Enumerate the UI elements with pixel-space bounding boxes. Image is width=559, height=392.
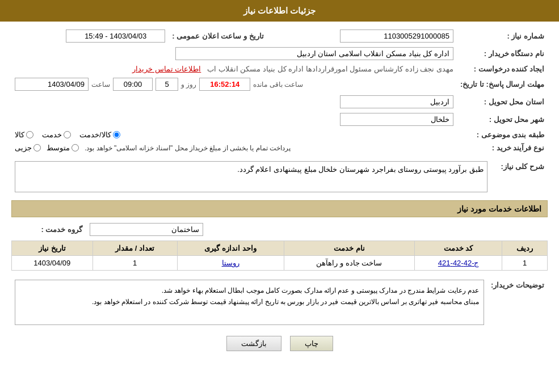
buttons-row: چاپ بازگشت	[11, 336, 548, 351]
col-unit: واحد اندازه گیری	[177, 241, 284, 256]
purchase-partial-radio[interactable]	[33, 144, 41, 151]
purchase-partial-option[interactable]: جزیی	[15, 144, 41, 152]
buyer-org-value: اداره کل بنیاد مسکن انقلاب اسلامی استان …	[175, 47, 453, 60]
deadline-date: 1403/04/09	[15, 78, 89, 91]
creator-label: ایجاد کننده درخواست :	[457, 62, 548, 75]
table-row: استان محل تحویل : اردبیل	[11, 93, 548, 111]
category-goods-option[interactable]: کالا	[15, 130, 33, 139]
purchase-medium-label: متوسط	[47, 144, 70, 152]
table-row: نوع فرآیند خرید : جزیی متوسط پرداخت تمام…	[11, 141, 548, 154]
cell-need-date: 1403/04/09	[12, 256, 93, 271]
purchase-medium-radio[interactable]	[72, 144, 79, 151]
deadline-time: 09:00	[113, 78, 153, 91]
need-desc-label: شرح کلی نیاز:	[491, 159, 548, 195]
table-row: توضیحات خریدار: عدم رعایت شرایط مندرج در…	[11, 277, 548, 327]
col-quantity: تعداد / مقدار	[93, 241, 177, 256]
deadline-time-label: ساعت	[91, 81, 110, 88]
table-row: 1 ج-42-42-421 ساخت جاده و راهآهن روستا 1…	[12, 256, 548, 271]
category-radio-group: کالا خدمت کالا/خدمت	[15, 130, 453, 139]
col-service-name: نام خدمت	[284, 241, 415, 256]
main-content: شماره نیاز : 1103005291000085 تاریخ و سا…	[0, 22, 559, 363]
cell-row-num: 1	[502, 256, 548, 271]
table-row: نام دستگاه خریدار : اداره کل بنیاد مسکن …	[11, 45, 548, 62]
service-group-value: ساختمان	[90, 223, 203, 236]
deadline-days-label: روز و	[181, 81, 196, 88]
table-row: شماره نیاز : 1103005291000085 تاریخ و سا…	[11, 27, 548, 45]
table-row: طبقه بندی موضوعی : کالا خدمت کالا/خدمت	[11, 128, 548, 141]
buyer-notes-label: توضیحات خریدار:	[487, 277, 548, 327]
creator-value: مهدی نجف زاده کارشناس مسئول امورقرارداده…	[207, 65, 453, 73]
category-goods-service-option[interactable]: کالا/خدمت	[79, 130, 120, 139]
category-goods-service-label: کالا/خدمت	[79, 130, 111, 139]
category-goods-label: کالا	[15, 130, 24, 139]
deadline-label: مهلت ارسال پاسخ: تا تاریخ:	[457, 75, 548, 93]
print-button[interactable]: چاپ	[290, 336, 333, 351]
services-table-body: 1 ج-42-42-421 ساخت جاده و راهآهن روستا 1…	[12, 256, 548, 271]
deadline-days: 5	[155, 78, 178, 91]
need-desc-table: شرح کلی نیاز: طبق برآورد پیوستی روستای ب…	[11, 159, 548, 195]
city-value: خلخال	[340, 113, 453, 126]
need-number-label: شماره نیاز :	[457, 27, 548, 45]
table-row: ردیف کد خدمت نام خدمت واحد اندازه گیری ت…	[12, 241, 548, 256]
category-goods-service-radio[interactable]	[113, 131, 120, 138]
col-service-code: کد خدمت	[415, 241, 502, 256]
creator-contact-link[interactable]: اطلاعات تماس خریدار	[132, 65, 201, 73]
back-button[interactable]: بازگشت	[226, 336, 281, 351]
category-label: طبقه بندی موضوعی :	[457, 128, 548, 141]
col-row-num: ردیف	[502, 241, 548, 256]
cell-quantity: 1	[93, 256, 177, 271]
deadline-row: 1403/04/09 ساعت 09:00 5 روز و 16:52:14 س…	[15, 78, 453, 91]
services-section: گروه خدمت : ساختمان ردیف کد خدمت نام خدم…	[11, 223, 548, 271]
page-title: جزئیات اطلاعات نیاز	[243, 6, 316, 15]
table-row: مهلت ارسال پاسخ: تا تاریخ: 1403/04/09 سا…	[11, 75, 548, 93]
announcement-label: تاریخ و ساعت اعلان عمومی :	[169, 27, 267, 45]
page-wrapper: جزئیات اطلاعات نیاز شماره نیاز : 1103005…	[0, 0, 559, 392]
service-group-label: گروه خدمت :	[11, 225, 85, 234]
buyer-org-label: نام دستگاه خریدار :	[457, 45, 548, 62]
need-description-value: طبق برآورد پیوستی روستای بفراجرد شهرستان…	[15, 161, 487, 192]
purchase-medium-option[interactable]: متوسط	[47, 144, 79, 152]
purchase-type-row: جزیی متوسط پرداخت تمام یا بخشی از مبلغ خ…	[15, 144, 453, 152]
need-description-section: شرح کلی نیاز: طبق برآورد پیوستی روستای ب…	[11, 159, 548, 195]
announcement-value: 1403/04/03 - 15:49	[66, 29, 165, 43]
cell-service-name: ساخت جاده و راهآهن	[284, 256, 415, 271]
category-service-radio[interactable]	[64, 131, 71, 138]
province-value: اردبیل	[340, 95, 453, 108]
table-row: شهر محل تحویل : خلخال	[11, 111, 548, 128]
buyer-notes-value: عدم رعایت شرایط مندرج در مدارک پیوستی و …	[15, 280, 484, 325]
service-group-row: گروه خدمت : ساختمان	[11, 223, 548, 236]
category-service-option[interactable]: خدمت	[42, 130, 71, 139]
category-service-label: خدمت	[42, 130, 62, 139]
buyer-notes-table: توضیحات خریدار: عدم رعایت شرایط مندرج در…	[11, 277, 548, 327]
city-label: شهر محل تحویل :	[457, 111, 548, 128]
province-label: استان محل تحویل :	[457, 93, 548, 111]
table-row: ایجاد کننده درخواست : مهدی نجف زاده کارش…	[11, 62, 548, 75]
col-need-date: تاریخ نیاز	[12, 241, 93, 256]
cell-service-code: ج-42-42-421	[415, 256, 502, 271]
cell-unit: روستا	[177, 256, 284, 271]
services-table-header: ردیف کد خدمت نام خدمت واحد اندازه گیری ت…	[12, 241, 548, 256]
deadline-remaining-label: ساعت باقی مانده	[253, 81, 303, 88]
purchase-type-desc: پرداخت تمام یا بخشی از مبلغ خریداز محل "…	[85, 144, 291, 152]
services-table: ردیف کد خدمت نام خدمت واحد اندازه گیری ت…	[11, 241, 548, 271]
services-section-title: اطلاعات خدمات مورد نیاز	[11, 200, 548, 217]
category-goods-radio[interactable]	[26, 131, 33, 138]
deadline-remaining: 16:52:14	[199, 78, 250, 91]
purchase-partial-label: جزیی	[15, 144, 32, 152]
need-number-value: 1103005291000085	[340, 29, 453, 43]
table-row: شرح کلی نیاز: طبق برآورد پیوستی روستای ب…	[11, 159, 548, 195]
info-table: شماره نیاز : 1103005291000085 تاریخ و سا…	[11, 27, 548, 154]
purchase-type-label: نوع فرآیند خرید :	[457, 141, 548, 154]
page-header: جزئیات اطلاعات نیاز	[0, 0, 559, 22]
